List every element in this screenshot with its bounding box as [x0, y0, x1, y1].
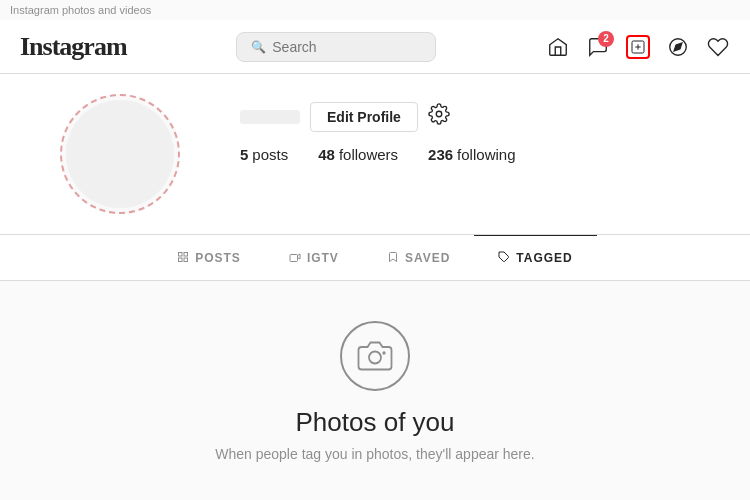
followers-stat[interactable]: 48 followers [318, 146, 398, 163]
tab-saved[interactable]: SAVED [363, 235, 474, 280]
profile-stats: 5 posts 48 followers 236 following [240, 146, 515, 163]
search-icon: 🔍 [251, 40, 266, 54]
photos-subtitle: When people tag you in photos, they'll a… [215, 446, 534, 462]
svg-rect-10 [290, 255, 298, 262]
tagged-tab-icon [498, 250, 510, 266]
following-stat[interactable]: 236 following [428, 146, 515, 163]
tagged-content-area: Photos of you When people tag you in pho… [0, 281, 750, 500]
page-title-meta: Instagram photos and videos [10, 4, 151, 16]
home-icon[interactable] [546, 35, 570, 59]
messages-badge: 2 [598, 31, 614, 47]
tab-igtv[interactable]: IGTV [265, 235, 363, 280]
profile-actions: Edit Profile [240, 102, 515, 132]
avatar-inner [66, 100, 174, 208]
username-placeholder [240, 110, 300, 124]
svg-rect-8 [179, 258, 183, 262]
heart-icon[interactable] [706, 35, 730, 59]
posts-stat: 5 posts [240, 146, 288, 163]
messages-icon[interactable]: 2 [586, 35, 610, 59]
instagram-logo: Instagram [20, 32, 127, 62]
posts-label: posts [252, 146, 288, 163]
page-meta: Instagram photos and videos [0, 0, 750, 20]
following-label: following [457, 146, 515, 163]
svg-point-12 [369, 352, 381, 364]
saved-tab-icon [387, 250, 399, 266]
camera-icon [357, 338, 393, 374]
photos-title: Photos of you [296, 407, 455, 438]
camera-circle [340, 321, 410, 391]
saved-tab-label: SAVED [405, 251, 450, 265]
tab-posts[interactable]: POSTS [153, 235, 265, 280]
followers-label: followers [339, 146, 398, 163]
tab-tagged[interactable]: TAGGED [474, 235, 596, 280]
profile-info: Edit Profile 5 posts 48 followers 236 fo… [240, 94, 515, 163]
svg-point-5 [436, 111, 442, 117]
edit-profile-button[interactable]: Edit Profile [310, 102, 418, 132]
profile-tabs: POSTS IGTV SAVED TAGGED [0, 235, 750, 281]
posts-tab-label: POSTS [195, 251, 241, 265]
svg-marker-4 [674, 43, 682, 51]
settings-icon[interactable] [428, 103, 450, 131]
compass-icon[interactable] [666, 35, 690, 59]
svg-rect-6 [179, 253, 183, 257]
nav-icons-group: 2 [546, 35, 730, 59]
profile-section: Edit Profile 5 posts 48 followers 236 fo… [0, 74, 750, 235]
search-input[interactable] [272, 39, 412, 55]
avatar [60, 94, 180, 214]
posts-tab-icon [177, 250, 189, 266]
igtv-tab-label: IGTV [307, 251, 339, 265]
svg-point-13 [383, 352, 385, 354]
igtv-tab-icon [289, 250, 301, 266]
followers-count: 48 [318, 146, 335, 163]
svg-rect-7 [184, 253, 188, 257]
top-nav: Instagram 🔍 2 [0, 20, 750, 74]
following-count: 236 [428, 146, 453, 163]
svg-rect-9 [184, 258, 188, 262]
add-post-icon[interactable] [626, 35, 650, 59]
search-container[interactable]: 🔍 [236, 32, 436, 62]
posts-count: 5 [240, 146, 248, 163]
tagged-tab-label: TAGGED [516, 251, 572, 265]
